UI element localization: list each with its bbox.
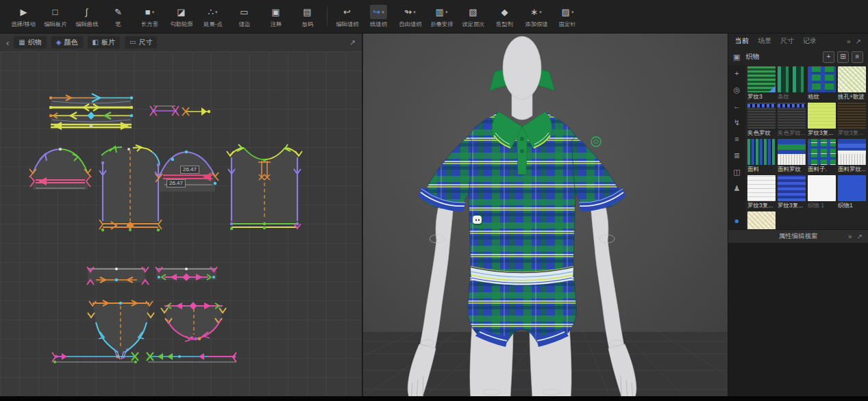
list-icon[interactable]: ≡ — [734, 135, 739, 143]
chevron-down-icon[interactable]: ▾ — [445, 10, 448, 14]
tool-line-sewing[interactable]: ↪▾线缝纫 — [363, 5, 394, 29]
list-view-button[interactable]: ≡ — [852, 51, 863, 63]
avatar-icon[interactable]: ♟ — [734, 185, 741, 192]
camera-icon[interactable]: ◫ — [733, 168, 740, 176]
fabric-item[interactable]: 夹色罗纹 — [747, 103, 776, 137]
flashlight-icon[interactable]: ↯ — [734, 119, 740, 127]
fabric-item[interactable]: 织物 1 — [808, 175, 836, 209]
tool-edit-curve[interactable]: ∫编辑曲线 — [71, 5, 102, 29]
pattern-piece-hem-strip-2[interactable] — [147, 352, 236, 362]
chevron-down-icon[interactable]: ▾ — [382, 10, 384, 14]
pin-tool-icon[interactable]: + — [734, 70, 739, 77]
fabric-item[interactable] — [747, 211, 776, 229]
tool-pin[interactable]: ▨▾固定针 — [552, 5, 583, 29]
pattern-piece-collar-strip-1[interactable] — [49, 94, 133, 111]
tab-pattern[interactable]: ◧板片 — [88, 36, 120, 49]
tab-scene[interactable]: 场景 — [758, 36, 771, 46]
fabric-item[interactable]: 罗纹3 — [747, 66, 776, 101]
fabric-item[interactable]: 织物1 — [838, 175, 866, 209]
tool-add-basting[interactable]: ∗▾添加假缝 — [521, 5, 551, 29]
fabric-item[interactable]: 罗纹3复... — [778, 175, 806, 209]
pattern-piece-back-shorts[interactable] — [161, 302, 226, 341]
tool-grading[interactable]: ▤放码 — [292, 5, 323, 29]
tab-size[interactable]: 尺寸 — [780, 36, 794, 46]
fabric-thumbnail — [838, 103, 866, 129]
section-title: 织物 — [745, 52, 759, 62]
pattern-piece-sleeve-left[interactable] — [29, 148, 91, 190]
rectangle-icon: ■ — [145, 8, 151, 16]
dashed-square-icon: □ — [53, 8, 58, 16]
pattern-canvas[interactable]: 26.47 26.47 — [0, 51, 362, 396]
pattern-piece-small-strip-2[interactable] — [182, 107, 210, 116]
fabric-item[interactable]: 面料罗纹 — [778, 139, 806, 173]
checkbox-icon[interactable]: ▣ — [733, 53, 740, 61]
tab-current[interactable]: 当前 — [735, 36, 749, 46]
grid-view-button[interactable]: ⊞ — [837, 51, 849, 63]
chevron-down-icon[interactable]: ▾ — [413, 10, 416, 14]
fabric-item[interactable]: 夹色罗纹... — [778, 103, 806, 137]
tool-free-sewing[interactable]: ↬▾自由缝纫 — [395, 5, 425, 29]
pattern-piece-waistband-2[interactable] — [156, 267, 217, 281]
chevron-down-icon[interactable]: ▾ — [571, 10, 574, 14]
tool-annotation[interactable]: ▣注释 — [260, 5, 291, 29]
comment-icon: ▣ — [271, 8, 280, 16]
tool-extend-point[interactable]: ∴▾延展-点 — [197, 5, 228, 29]
tool-trace-outline[interactable]: ◪勾勒轮廓 — [166, 5, 197, 29]
tool-pen[interactable]: ✎笔 — [103, 5, 134, 29]
expand-panel-icon[interactable]: ↗ — [856, 38, 861, 45]
fabric-item[interactable]: 面料 — [747, 139, 776, 173]
tool-edit-pattern[interactable]: □编辑板片 — [40, 5, 71, 29]
pattern-piece-front-bodice[interactable] — [99, 145, 162, 231]
tool-fold-arrange[interactable]: ▥▾折叠安排 — [426, 5, 457, 29]
collapse-panel-icon[interactable]: » — [848, 233, 852, 240]
measurement-label: 26.47 — [166, 179, 186, 187]
add-fabric-button[interactable]: + — [823, 51, 834, 63]
outline-pen-icon: ◪ — [177, 8, 185, 16]
pattern-piece-front-shorts[interactable] — [88, 300, 154, 359]
extend-point-icon: ∴ — [208, 8, 214, 16]
fabric-item[interactable]: 罗纹3复... — [838, 103, 866, 137]
tool-set-layer[interactable]: ▧设定层次 — [458, 5, 488, 29]
pattern-piece-small-strip-1[interactable] — [150, 106, 179, 116]
fabric-pin-marker[interactable] — [473, 216, 482, 224]
chevron-down-icon[interactable]: ▾ — [215, 10, 218, 14]
expand-panel-icon[interactable]: ↗ — [349, 38, 356, 47]
tab-color[interactable]: ◈颜色 — [51, 36, 83, 49]
target-icon[interactable]: ◎ — [734, 86, 741, 94]
pattern-piece-waistband-1[interactable] — [87, 267, 149, 285]
fabric-item[interactable]: 面料子. — [808, 139, 836, 173]
fabric-item[interactable]: 罗纹3复... — [747, 175, 776, 209]
tool-rectangle[interactable]: ■▾长方形 — [134, 5, 165, 29]
sphere-3d-icon[interactable]: ● — [734, 216, 740, 225]
arrow-left-icon[interactable]: ← — [733, 103, 741, 110]
tab-fabric[interactable]: ▦织物 — [14, 36, 46, 49]
fabric-item[interactable]: 面料罗纹... — [838, 139, 866, 173]
tab-history[interactable]: 记录 — [803, 36, 817, 46]
line-sewing-icon: ↪ — [373, 8, 380, 16]
list-dense-icon[interactable]: ≣ — [734, 152, 740, 159]
viewport-3d[interactable] — [363, 34, 728, 396]
fabric-item[interactable]: 挑孔+散波 — [838, 66, 866, 101]
fabric-item[interactable]: 罗纹3复... — [808, 103, 836, 137]
fabric-item[interactable]: 条纹 — [778, 66, 806, 101]
fabric-item[interactable]: 格纹 — [808, 66, 836, 101]
tab-size[interactable]: ▭尺寸 — [125, 36, 157, 49]
expand-panel-icon[interactable]: ↗ — [857, 233, 863, 240]
fabric-section-header: ▣ 织物 + ⊞ ≡ — [728, 49, 868, 65]
library-panel: 当前 场景 尺寸 记录 » ↗ ▣ 织物 + ⊞ ≡ — [728, 34, 868, 396]
letterbox-strip — [0, 396, 868, 401]
collapse-panel-icon[interactable]: » — [847, 38, 851, 45]
chevron-down-icon[interactable]: ▾ — [539, 10, 542, 14]
tool-select-move[interactable]: ▶选择/移动 — [8, 5, 39, 29]
cursor-icon: ▶ — [21, 8, 27, 16]
fabric-thumbnail — [747, 175, 776, 201]
back-chevron-icon[interactable]: ‹ — [6, 38, 9, 47]
pattern-piece-back-bodice[interactable] — [227, 144, 302, 230]
chevron-down-icon[interactable]: ▾ — [152, 10, 155, 14]
tool-shaper[interactable]: ◆造型剂 — [489, 5, 520, 29]
fabric-grid: 罗纹3 条纹 格纹 挑孔+散波 夹色罗纹 夹色罗纹... 罗纹3复... 罗纹3… — [745, 65, 868, 229]
property-editor-bar[interactable]: 属性编辑视窗 » ↗ — [728, 229, 868, 243]
tool-seam-edge[interactable]: ▭缝边 — [229, 5, 260, 29]
tool-edit-sewing[interactable]: ↩编辑缝纫 — [332, 5, 362, 29]
pattern-piece-collar-strip-2[interactable] — [49, 112, 133, 130]
